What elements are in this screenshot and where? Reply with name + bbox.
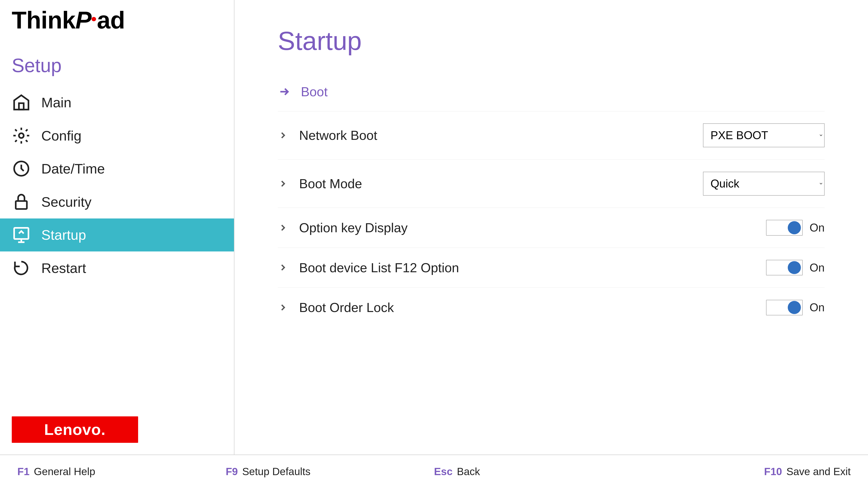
boot-order-lock-toggle-label: On [809, 301, 825, 314]
esc-desc: Back [457, 465, 480, 478]
chevron-icon-option-key [278, 223, 288, 233]
f9-desc: Setup Defaults [242, 465, 310, 478]
menu-item-label-boot-mode: Boot Mode [299, 176, 703, 191]
bottom-bar: F1 General Help F9 Setup Defaults Esc Ba… [0, 455, 868, 488]
nav-menu: Main Config [0, 86, 234, 404]
chevron-icon-network-boot [278, 130, 288, 140]
f1-key: F1 [18, 465, 30, 478]
option-key-toggle-container: On [766, 220, 825, 235]
f9-key: F9 [225, 465, 238, 478]
network-boot-dropdown[interactable]: PXE BOOT ARP BOOT UNDI BOOT [703, 123, 825, 147]
menu-item-label-boot-device-f12: Boot device List F12 Option [299, 260, 766, 275]
svg-rect-4 [14, 228, 28, 239]
chevron-icon-boot-order-lock [278, 302, 288, 313]
menu-item-option-key-display[interactable]: Option key Display On [278, 208, 825, 248]
svg-point-1 [19, 133, 24, 138]
chevron-icon-boot-device-f12 [278, 262, 288, 273]
setup-label: Setup [12, 55, 222, 76]
menu-item-boot[interactable]: Boot [278, 72, 825, 111]
home-icon [12, 93, 31, 112]
sidebar-item-config[interactable]: Config [0, 119, 234, 152]
svg-rect-3 [16, 201, 27, 209]
bottom-item-esc: Esc Back [434, 465, 643, 478]
toggle-knob-boot-order [788, 301, 801, 314]
menu-item-label-network-boot: Network Boot [299, 128, 703, 143]
boot-mode-dropdown[interactable]: Quick Diagnostics [703, 172, 825, 196]
menu-item-label-option-key: Option key Display [299, 220, 766, 235]
sidebar-item-label-datetime: Date/Time [41, 161, 105, 177]
bottom-item-f9: F9 Setup Defaults [225, 465, 434, 478]
boot-device-f12-toggle-container: On [766, 260, 825, 275]
sidebar-item-label-security: Security [41, 194, 92, 210]
right-arrow-icon [278, 86, 290, 98]
restart-icon [12, 258, 31, 278]
sidebar: ThinkPad Setup Main [0, 0, 235, 455]
boot-order-lock-toggle-container: On [766, 300, 825, 315]
lock-icon [12, 192, 31, 211]
lenovo-logo-container: Lenovo. [0, 404, 234, 455]
f10-key: F10 [764, 465, 782, 478]
startup-icon [12, 225, 31, 245]
menu-item-label-boot: Boot [301, 84, 825, 99]
menu-item-boot-order-lock[interactable]: Boot Order Lock On [278, 288, 825, 327]
boot-device-f12-toggle[interactable] [766, 260, 802, 275]
f10-desc: Save and Exit [786, 465, 850, 478]
svg-rect-0 [19, 103, 24, 109]
sidebar-item-startup[interactable]: Startup [0, 219, 234, 252]
menu-item-network-boot[interactable]: Network Boot PXE BOOT ARP BOOT UNDI BOOT [278, 111, 825, 160]
sidebar-item-datetime[interactable]: Date/Time [0, 152, 234, 185]
bottom-item-f10: F10 Save and Exit [643, 465, 851, 478]
toggle-knob [788, 221, 801, 234]
boot-device-f12-toggle-label: On [809, 261, 825, 274]
bottom-item-f1: F1 General Help [18, 465, 226, 478]
option-key-toggle-label: On [809, 221, 825, 234]
lenovo-logo: Lenovo. [12, 416, 138, 443]
sidebar-item-label-startup: Startup [41, 227, 86, 243]
logo-area: ThinkPad [0, 0, 234, 41]
esc-key: Esc [434, 465, 453, 478]
menu-item-boot-mode[interactable]: Boot Mode Quick Diagnostics [278, 160, 825, 208]
sidebar-item-restart[interactable]: Restart [0, 252, 234, 285]
thinkpad-logo: ThinkPad [12, 8, 222, 33]
chevron-icon-boot-mode [278, 178, 288, 189]
sidebar-item-main[interactable]: Main [0, 86, 234, 119]
toggle-knob-f12 [788, 261, 801, 274]
sidebar-item-label-main: Main [41, 94, 71, 110]
sidebar-item-label-config: Config [41, 128, 82, 144]
sidebar-item-security[interactable]: Security [0, 185, 234, 219]
clock-icon [12, 159, 31, 178]
menu-item-label-boot-order-lock: Boot Order Lock [299, 300, 766, 315]
menu-item-boot-device-f12[interactable]: Boot device List F12 Option On [278, 248, 825, 288]
content-area: Startup Boot Network Boot PXE BOOT ARP B… [235, 0, 868, 455]
boot-order-lock-toggle[interactable] [766, 300, 802, 315]
sidebar-item-label-restart: Restart [41, 260, 86, 276]
config-icon [12, 126, 31, 145]
f1-desc: General Help [34, 465, 95, 478]
option-key-toggle[interactable] [766, 220, 802, 235]
page-title: Startup [278, 26, 825, 56]
